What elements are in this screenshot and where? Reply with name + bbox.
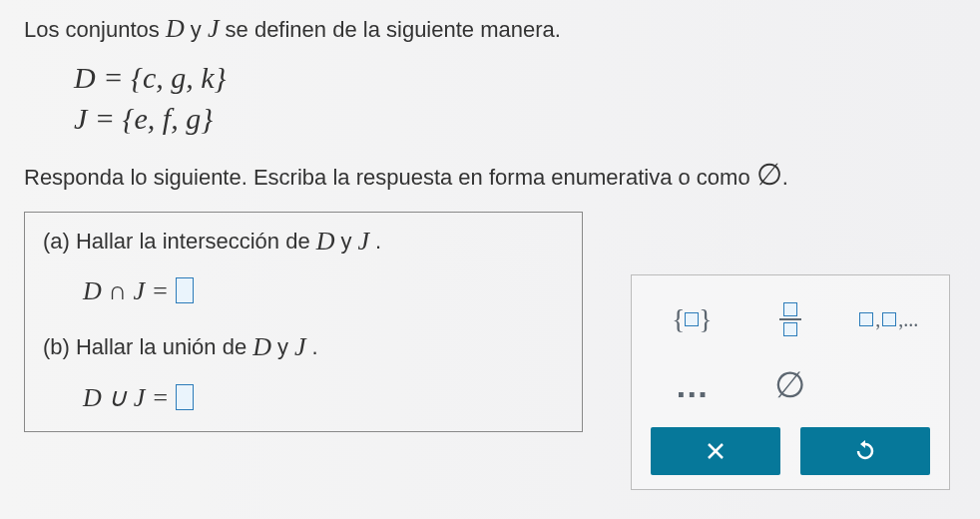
keypad-fraction[interactable] <box>744 289 837 349</box>
close-icon <box>705 440 727 462</box>
part-a-lhs: D ∩ J = <box>83 276 169 305</box>
answer-panel: (a) Hallar la intersección de D y J. D ∩… <box>24 212 583 432</box>
part-a-period: . <box>375 229 381 255</box>
part-b-var1: D <box>252 332 271 362</box>
keypad-sequence[interactable]: ,,... <box>842 289 935 349</box>
part-b-input[interactable] <box>176 384 194 410</box>
intro-var-D: D <box>166 14 185 43</box>
part-b-var2: J <box>294 332 306 362</box>
part-a: (a) Hallar la intersección de D y J. <box>43 227 564 257</box>
empty-set-symbol: ∅ <box>756 158 782 191</box>
math-keypad: {} ,,... … ∅ <box>631 274 950 490</box>
undo-button[interactable] <box>800 427 930 475</box>
keypad-spacer <box>842 355 935 415</box>
keypad-braces[interactable]: {} <box>646 289 738 349</box>
intro-mid: y <box>185 17 208 42</box>
intro-text: Los conjuntos D y J se definen de la sig… <box>24 14 956 44</box>
intro-var-J: J <box>208 14 220 43</box>
close-button[interactable] <box>651 427 780 475</box>
keypad-dots[interactable]: … <box>646 355 738 415</box>
svg-marker-2 <box>860 440 865 448</box>
part-b-period: . <box>311 334 317 360</box>
part-b-prompt-prefix: Hallar la unión de <box>76 334 246 360</box>
part-b-label: (b) <box>43 334 70 360</box>
part-b: (b) Hallar la unión de D y J. <box>43 332 564 362</box>
part-a-label: (a) <box>43 229 70 255</box>
part-b-expression: D ∪ J = <box>83 382 564 413</box>
part-a-input[interactable] <box>176 277 194 303</box>
part-a-prompt-prefix: Hallar la intersección de <box>76 229 310 255</box>
part-a-mid: y <box>340 229 351 255</box>
instruction-main: Responda lo siguiente. Escriba la respue… <box>24 165 756 190</box>
part-a-var1: D <box>316 227 335 257</box>
intro-suffix: se definen de la siguiente manera. <box>219 17 560 42</box>
part-a-expression: D ∩ J = <box>83 276 564 306</box>
set-J: J = {e, f, g} <box>74 99 956 140</box>
keypad-empty-set[interactable]: ∅ <box>744 355 837 415</box>
set-D: D = {c, g, k} <box>74 58 956 99</box>
undo-icon <box>853 439 877 463</box>
instruction-period: . <box>782 165 788 190</box>
part-a-var2: J <box>357 227 369 257</box>
instruction-text: Responda lo siguiente. Escriba la respue… <box>24 157 956 192</box>
part-b-lhs: D ∪ J = <box>83 383 169 412</box>
set-definitions: D = {c, g, k} J = {e, f, g} <box>74 58 956 139</box>
part-b-mid: y <box>277 334 288 360</box>
intro-prefix: Los conjuntos <box>24 17 166 42</box>
